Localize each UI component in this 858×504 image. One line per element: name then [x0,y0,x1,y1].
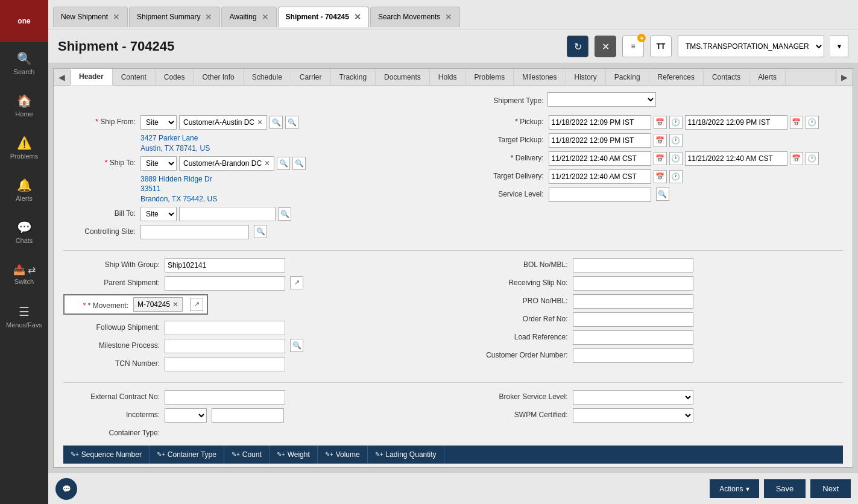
tab-close-search-movements[interactable]: ✕ [444,12,453,22]
next-button[interactable]: Next [810,479,851,498]
ship-from-search-btn[interactable]: 🔍 [270,116,283,129]
save-button[interactable]: Save [764,479,806,498]
broker-service-select[interactable] [573,390,693,405]
target-delivery-clock-btn[interactable]: 🕐 [669,170,683,183]
tab-references[interactable]: References [649,69,704,85]
pro-no-input[interactable] [573,294,693,309]
refresh-button[interactable]: ↻ [567,36,588,57]
service-level-search-btn[interactable]: 🔍 [656,187,669,201]
tab-history[interactable]: History [566,69,606,85]
target-pickup-input[interactable] [549,133,651,148]
target-pickup-cal-btn[interactable]: 📅 [654,134,667,147]
tab-problems[interactable]: Problems [465,69,514,85]
chat-button[interactable]: 💬 [55,478,77,500]
sidebar-item-chats[interactable]: 💬 Chats [0,211,48,253]
table-col-container-type[interactable]: ✎+ Container Type [150,446,224,464]
ship-with-group-input[interactable] [165,258,285,272]
pickup-date2-input[interactable] [685,115,787,130]
user-dropdown-arrow[interactable]: ▾ [830,36,848,57]
delivery-clock-btn1[interactable]: 🕐 [669,152,683,165]
bill-to-type-select[interactable]: Site [140,207,177,221]
ship-from-type-select[interactable]: Site [140,115,177,130]
pickup-cal-btn1[interactable]: 📅 [654,116,667,129]
tab-close-shipment-summary[interactable]: ✕ [204,12,213,22]
tab-awaiting[interactable]: Awaiting ✕ [221,7,276,27]
tab-content[interactable]: Content [113,69,156,85]
tab-shipment-summary[interactable]: Shipment Summary ✕ [129,7,220,27]
receiving-slip-input[interactable] [573,276,693,291]
tab-tracking[interactable]: Tracking [331,69,376,85]
sidebar-item-alerts[interactable]: 🔔 Alerts [0,169,48,211]
tab-other-info[interactable]: Other Info [194,69,243,85]
bill-to-search-btn[interactable]: 🔍 [278,207,291,221]
sidebar-item-switch[interactable]: 📥 ⇄ Switch [0,253,48,295]
load-reference-input[interactable] [573,330,693,345]
tcn-number-input[interactable] [165,357,285,371]
pickup-cal-btn2[interactable]: 📅 [790,116,803,129]
actions-button[interactable]: Actions ▾ [710,479,759,498]
pickup-date1-input[interactable] [549,115,651,130]
tab-alerts[interactable]: Alerts [749,69,786,85]
tab-close-awaiting[interactable]: ✕ [260,12,270,22]
target-delivery-input[interactable] [549,169,651,184]
tab-close-new-shipment[interactable]: ✕ [112,12,121,22]
delivery-cal-btn1[interactable]: 📅 [654,152,667,165]
tab-contacts[interactable]: Contacts [704,69,749,85]
followup-shipment-input[interactable] [165,321,285,335]
tab-schedule[interactable]: Schedule [244,69,291,85]
table-col-volume[interactable]: ✎+ Volume [318,446,368,464]
movement-tag-remove[interactable]: ✕ [172,300,178,309]
pickup-clock-btn2[interactable]: 🕐 [806,116,819,129]
tab-new-shipment[interactable]: New Shipment ✕ [53,7,128,27]
sidebar-item-home[interactable]: 🏠 Home [0,84,48,127]
close-button[interactable]: ✕ [595,36,616,57]
milestone-process-input[interactable] [165,339,285,353]
tab-carrier[interactable]: Carrier [291,69,331,85]
ship-to-search-btn[interactable]: 🔍 [277,157,290,170]
delivery-clock-btn2[interactable]: 🕐 [806,152,819,165]
parent-shipment-input[interactable] [165,276,285,291]
controlling-site-search-btn[interactable]: 🔍 [254,225,267,238]
tab-milestones[interactable]: Milestones [514,69,566,85]
target-delivery-cal-btn[interactable]: 📅 [654,170,667,183]
app-logo[interactable]: one [0,0,48,42]
tab-scroll-left[interactable]: ◀ [54,70,71,84]
milestone-process-search-btn[interactable]: 🔍 [290,339,303,352]
controlling-site-input[interactable] [140,225,249,239]
service-level-input[interactable] [549,187,651,202]
delivery-date1-input[interactable] [549,151,651,166]
ship-to-search-btn2[interactable]: 🔍 [292,157,306,170]
customer-order-input[interactable] [573,348,693,363]
target-pickup-clock-btn[interactable]: 🕐 [669,134,683,147]
swpm-certified-select[interactable] [573,408,693,423]
tab-header[interactable]: Header [71,69,113,86]
order-ref-no-input[interactable] [573,312,693,327]
ship-from-search-btn2[interactable]: 🔍 [285,116,298,129]
movement-ext-btn[interactable]: ↗ [190,298,203,311]
incoterms-select[interactable] [165,408,207,423]
sidebar-item-search[interactable]: 🔍 Search [0,42,48,84]
sidebar-item-menus[interactable]: ☰ Menus/Favs [0,295,48,338]
incoterms-input[interactable] [212,408,284,423]
shipment-type-select[interactable] [547,92,656,107]
tab-holds[interactable]: Holds [430,69,466,85]
tab-search-movements[interactable]: Search Movements ✕ [370,7,460,27]
table-col-sequence[interactable]: ✎+ Sequence Number [63,446,150,464]
ship-from-tag-remove[interactable]: ✕ [257,118,263,127]
table-col-lading-qty[interactable]: ✎+ Lading Quantity [368,446,444,464]
bill-to-input[interactable] [179,207,276,221]
ship-to-tag-remove[interactable]: ✕ [264,159,270,168]
tab-documents[interactable]: Documents [376,69,430,85]
delivery-cal-btn2[interactable]: 📅 [790,152,803,165]
user-select[interactable]: TMS.TRANSPORTATION_MANAGER [678,36,824,57]
tab-codes[interactable]: Codes [156,69,194,85]
tab-packing[interactable]: Packing [606,69,649,85]
sidebar-item-problems[interactable]: ⚠️ Problems [0,127,48,169]
external-contract-input[interactable] [165,390,285,405]
tab-close-shipment-704245[interactable]: ✕ [353,12,362,22]
delivery-date2-input[interactable] [685,151,787,166]
pickup-clock-btn1[interactable]: 🕐 [669,116,683,129]
ship-to-type-select[interactable]: Site [140,156,177,171]
table-col-weight[interactable]: ✎+ Weight [270,446,318,464]
bol-no-input[interactable] [573,258,693,272]
